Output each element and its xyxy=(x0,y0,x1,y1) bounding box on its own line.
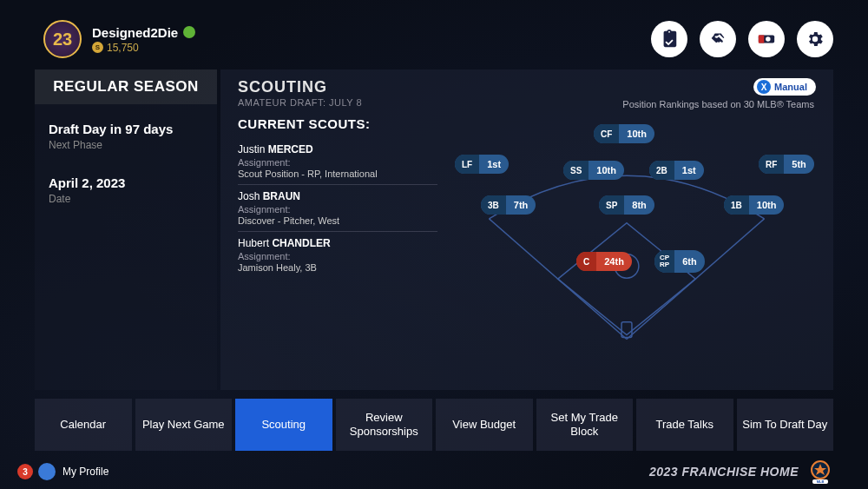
clipboard-button[interactable] xyxy=(651,21,687,57)
handshake-button[interactable] xyxy=(700,21,736,57)
scout-last: MERCED xyxy=(268,143,313,155)
position-label: CPRP xyxy=(654,250,674,273)
settings-button[interactable] xyxy=(797,21,833,57)
position-1b[interactable]: 1B 10th xyxy=(724,195,784,215)
position-label: CF xyxy=(594,124,619,143)
header-bar: 23 Designed2Die S 15,750 xyxy=(0,0,868,69)
draft-countdown-label: Next Phase xyxy=(49,139,203,151)
stubs-icon: S xyxy=(92,42,103,53)
scout-first: Hubert xyxy=(238,237,269,249)
nav-sim-to-draft-day[interactable]: Sim To Draft Day xyxy=(737,399,834,451)
position-sp[interactable]: SP 8th xyxy=(599,195,654,215)
season-title: REGULAR SEASON xyxy=(35,69,217,104)
position-cf[interactable]: CF 10th xyxy=(594,124,654,143)
position-rank: 24th xyxy=(596,256,632,267)
x-button-icon: X xyxy=(757,80,771,94)
profile-icon xyxy=(38,463,56,480)
position-rank: 8th xyxy=(624,200,654,210)
xbox-icon xyxy=(183,26,195,38)
nav-scouting[interactable]: Scouting xyxy=(235,399,332,451)
scout-assignment: Jamison Healy, 3B xyxy=(238,262,437,273)
currency-amount: 15,750 xyxy=(107,42,139,54)
notification-badge: 3 xyxy=(17,464,33,479)
clipboard-icon xyxy=(660,30,679,49)
nav-view-budget[interactable]: View Budget xyxy=(436,399,533,451)
main-panel: SCOUTING AMATEUR DRAFT: JULY 8 CURRENT S… xyxy=(220,69,833,390)
position-c[interactable]: C 24th xyxy=(576,252,632,271)
svg-rect-1 xyxy=(759,35,764,43)
position-cprp[interactable]: CPRP 6th xyxy=(654,250,705,273)
position-rank: 10th xyxy=(749,200,785,210)
manual-toggle[interactable]: X Manual xyxy=(753,78,816,96)
nav-play-next-game[interactable]: Play Next Game xyxy=(135,399,233,451)
player-name: Designed2Die xyxy=(92,25,178,40)
scouting-subtitle: AMATEUR DRAFT: JULY 8 xyxy=(238,97,437,108)
current-date-label: Date xyxy=(49,193,203,205)
current-date: April 2, 2023 Date xyxy=(49,175,203,205)
manual-label: Manual xyxy=(774,82,807,92)
position-rank: 1st xyxy=(479,159,509,169)
position-label: RF xyxy=(759,155,784,174)
position-label: C xyxy=(576,252,596,271)
svg-text:MLB: MLB xyxy=(817,479,825,484)
scout-first: Justin xyxy=(238,143,265,155)
franchise-home-title: 2023 FRANCHISE HOME xyxy=(649,465,799,479)
position-ss[interactable]: SS 10th xyxy=(563,161,624,180)
position-rank: 6th xyxy=(674,256,705,267)
scout-assignment-label: Assignment: xyxy=(238,204,437,215)
footer-bar: 3 My Profile 2023 FRANCHISE HOME MLB xyxy=(0,451,868,489)
rankings-note: Position Rankings based on 30 MLB® Teams xyxy=(622,99,814,109)
position-label: 2B xyxy=(649,161,674,180)
current-date-main: April 2, 2023 xyxy=(49,175,203,190)
scout-assignment: Scout Position - RP, International xyxy=(238,169,437,179)
player-number-badge: 23 xyxy=(43,20,82,58)
position-label: 1B xyxy=(724,195,749,215)
scouting-title: SCOUTING xyxy=(238,78,437,96)
team-logo-icon: MLB xyxy=(807,459,833,485)
scout-last: BRAUN xyxy=(263,190,300,202)
nav-set-trade-block[interactable]: Set My Trade Block xyxy=(536,399,634,451)
draft-countdown-main: Draft Day in 97 days xyxy=(49,122,203,136)
svg-point-2 xyxy=(766,36,771,42)
mlb-icon xyxy=(757,30,776,49)
current-scouts-title: CURRENT SCOUTS: xyxy=(238,116,437,131)
position-label: 3B xyxy=(481,195,506,215)
scout-item[interactable]: Josh BRAUN Assignment: Discover - Pitche… xyxy=(238,185,437,232)
position-rank: 5th xyxy=(784,159,814,169)
position-rf[interactable]: RF 5th xyxy=(759,155,814,174)
position-rank: 10th xyxy=(619,129,654,139)
gear-icon xyxy=(806,30,825,49)
my-profile-label: My Profile xyxy=(62,466,108,478)
draft-countdown: Draft Day in 97 days Next Phase xyxy=(49,122,203,151)
bottom-nav: Calendar Play Next Game Scouting Review … xyxy=(0,390,868,451)
scout-assignment-label: Assignment: xyxy=(238,157,437,168)
scout-assignment-label: Assignment: xyxy=(238,251,437,261)
handshake-icon xyxy=(708,30,727,49)
position-label: SS xyxy=(563,161,589,180)
position-3b[interactable]: 3B 7th xyxy=(481,195,536,215)
position-rank: 7th xyxy=(506,200,536,210)
nav-review-sponsorships[interactable]: Review Sponsorships xyxy=(336,399,433,451)
my-profile-button[interactable]: 3 My Profile xyxy=(17,463,108,480)
position-lf[interactable]: LF 1st xyxy=(455,155,509,174)
player-info: Designed2Die S 15,750 xyxy=(92,25,195,54)
position-rank: 10th xyxy=(589,165,624,175)
scout-item[interactable]: Justin MERCED Assignment: Scout Position… xyxy=(238,138,437,185)
scout-last: CHANDLER xyxy=(272,237,330,249)
position-2b[interactable]: 2B 1st xyxy=(649,161,704,180)
scout-item[interactable]: Hubert CHANDLER Assignment: Jamison Heal… xyxy=(238,232,437,278)
side-panel: REGULAR SEASON Draft Day in 97 days Next… xyxy=(35,69,217,390)
scout-first: Josh xyxy=(238,190,260,202)
nav-trade-talks[interactable]: Trade Talks xyxy=(636,399,733,451)
scout-assignment: Discover - Pitcher, West xyxy=(238,215,437,226)
field-diagram: CF 10th LF 1st SS 10th 2B 1st xyxy=(437,122,816,376)
position-label: LF xyxy=(455,155,479,174)
position-label: SP xyxy=(599,195,624,215)
mlb-button[interactable] xyxy=(748,21,785,57)
position-rank: 1st xyxy=(674,165,704,175)
nav-calendar[interactable]: Calendar xyxy=(35,399,132,451)
